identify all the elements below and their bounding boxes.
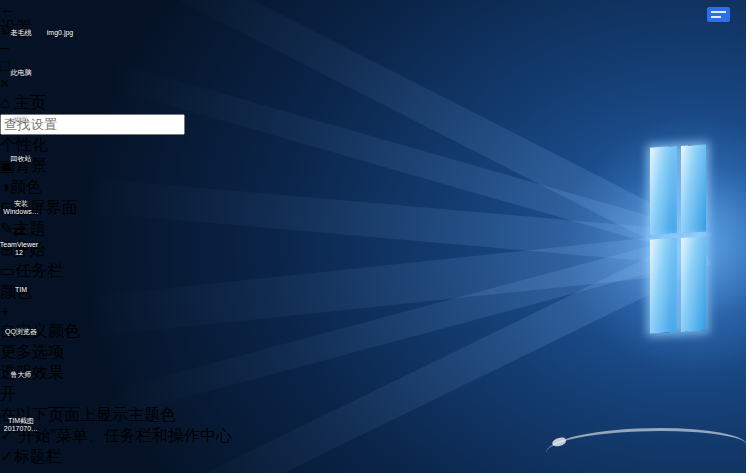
desktop-icon-label: 网络 xyxy=(0,115,43,123)
maximize-button[interactable]: □ xyxy=(0,57,746,75)
corner-badge-icon xyxy=(707,7,730,22)
desktop-icon-tim[interactable]: TIM xyxy=(0,267,43,294)
desktop-icon-label: img0.jpg xyxy=(38,29,82,37)
surface-option[interactable]: ✓“开始”菜单、任务栏和操作中心 xyxy=(0,426,746,447)
sidebar-item-colors[interactable]: ◑颜色 xyxy=(0,177,746,198)
desktop-icon-yellow-app[interactable]: 老毛桃 xyxy=(0,10,43,37)
sidebar-item-lock-screen[interactable]: ⊡锁屏界面 xyxy=(0,198,746,219)
surface-option[interactable]: ✓标题栏 xyxy=(0,447,746,468)
sidebar-item-taskbar[interactable]: ▭任务栏 xyxy=(0,261,746,282)
custom-color-button[interactable]: + xyxy=(0,303,746,321)
sidebar-item-list: ▣背景◑颜色⊡锁屏界面✎主题⊞开始▭任务栏 xyxy=(0,156,746,282)
window-titlebar[interactable]: ← 设置 – □ × xyxy=(0,0,746,93)
desktop-icon-teamviewer[interactable]: ⇄TeamViewer12 xyxy=(0,222,41,257)
yellow-app-icon xyxy=(14,13,28,28)
desktop-icon-screenshot-file[interactable]: TIM截图2017070… xyxy=(0,398,43,433)
desktop-icon-network[interactable]: 网络 xyxy=(0,96,43,123)
checkbox-icon[interactable]: ✓ xyxy=(0,448,13,465)
colors-page: 颜色 + 自定义颜色 更多选项 透明效果 开 在以下页面上显示主题色 ✓“开始”… xyxy=(0,282,746,468)
section-label: 个性化 xyxy=(0,135,746,156)
desktop-icon-label: 回收站 xyxy=(0,155,43,163)
desktop-icon-recycle-bin[interactable]: 回收站 xyxy=(0,136,43,163)
back-button[interactable]: ← xyxy=(0,0,746,18)
desktop-icon-label: TIM截图2017070… xyxy=(0,417,43,433)
desktop-icon-label: QQ浏览器 xyxy=(0,328,43,336)
settings-search-box[interactable] xyxy=(0,114,746,135)
desktop: 老毛桃img0.jpg此电脑网络回收站安装Windows…⇄TeamViewer… xyxy=(0,0,746,473)
desktop-icon-label: 安装Windows… xyxy=(0,200,43,216)
desktop-icon-installer[interactable]: 安装Windows… xyxy=(0,181,43,216)
surface-option-list: ✓“开始”菜单、任务栏和操作中心✓标题栏 xyxy=(0,426,746,468)
more-options-heading: 更多选项 xyxy=(0,342,746,363)
close-button[interactable]: × xyxy=(0,75,746,93)
desktop-icon-label: TeamViewer12 xyxy=(0,241,41,257)
settings-window: ← 设置 – □ × ⌂ 主页 个性化 ▣背景◑颜色⊡锁屏界面✎主题⊞开始▭任务… xyxy=(0,0,746,468)
desktop-icon-label: 此电脑 xyxy=(0,69,43,77)
desktop-icon-this-pc[interactable]: 此电脑 xyxy=(0,50,43,77)
desktop-icon-label: 老毛桃 xyxy=(0,29,43,37)
desktop-icon-ludashi[interactable]: 鲁大师 xyxy=(0,352,43,379)
edge-icon: e xyxy=(0,468,9,473)
sidebar-item-themes[interactable]: ✎主题 xyxy=(0,219,746,240)
desktop-icon-qq-browser[interactable]: QQ浏览器 xyxy=(0,309,43,336)
surface-option-label: “开始”菜单、任务栏和操作中心 xyxy=(13,427,232,444)
window-title: 设置 xyxy=(0,18,746,39)
minimize-button[interactable]: – xyxy=(0,39,746,57)
sidebar-item-home[interactable]: ⌂ 主页 xyxy=(0,93,746,114)
taskbar-edge-button[interactable]: e xyxy=(0,468,746,473)
windows-hero-logo xyxy=(650,144,708,339)
surface-option-label: 标题栏 xyxy=(13,448,61,465)
taskbar: e 16℃ CPU温度 17:04 2017/7/8 xyxy=(0,468,746,473)
taskbar-app-list: e xyxy=(0,468,746,473)
page-title: 颜色 xyxy=(0,282,746,303)
teamviewer-icon: ⇄ xyxy=(12,221,25,240)
desktop-icon-label: 鲁大师 xyxy=(0,371,43,379)
settings-sidebar: ⌂ 主页 个性化 ▣背景◑颜色⊡锁屏界面✎主题⊞开始▭任务栏 xyxy=(0,93,746,282)
sidebar-item-start[interactable]: ⊞开始 xyxy=(0,240,746,261)
surfaces-heading: 在以下页面上显示主题色 xyxy=(0,405,746,426)
transparency-label: 透明效果 xyxy=(0,363,746,384)
sidebar-item-background[interactable]: ▣背景 xyxy=(0,156,746,177)
custom-color-label: 自定义颜色 xyxy=(0,321,746,342)
desktop-icon-label: TIM xyxy=(0,286,43,294)
toggle-state-label: 开 xyxy=(0,384,746,405)
desktop-icon-image-file[interactable]: img0.jpg xyxy=(38,10,82,37)
